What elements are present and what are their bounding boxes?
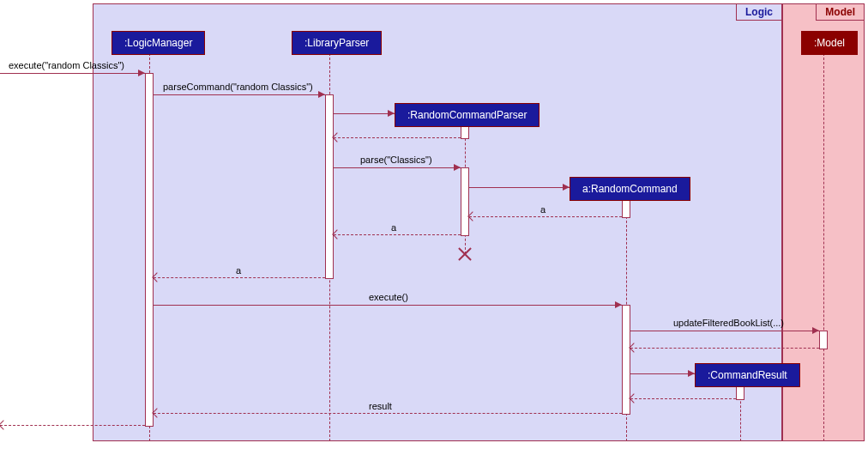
activation-rcp-1 (461, 125, 469, 139)
activation-logic-manager (145, 73, 154, 427)
arrow-m4 (469, 216, 622, 217)
lifeline-model (823, 53, 824, 441)
arrow-return-model (630, 348, 819, 349)
arrow-return-rcp-1 (334, 137, 461, 138)
msg-m8: updateFilteredBookList(...) (673, 318, 784, 328)
arrow-head-m1 (138, 70, 145, 76)
arrow-head-create-rc (563, 184, 570, 191)
activation-rc-1 (622, 199, 630, 218)
arrow-return-cr (630, 398, 736, 399)
arrow-head-create-cr (688, 370, 695, 377)
activation-library-parser (325, 94, 334, 279)
participant-model: :Model (801, 31, 858, 55)
destroy-rcp (458, 247, 472, 261)
arrow-head-m7 (615, 301, 622, 308)
arrow-head-m3 (454, 164, 461, 171)
arrow-m6 (154, 277, 325, 278)
participant-random-command-parser: :RandomCommandParser (395, 103, 539, 127)
msg-m9: result (369, 401, 392, 411)
arrow-create-rc (469, 187, 570, 188)
participant-logic-manager: :LogicManager (112, 31, 205, 55)
arrow-create-rcp (334, 113, 395, 114)
arrow-m9 (154, 413, 622, 414)
arrow-m3 (334, 167, 461, 168)
arrow-m5 (334, 234, 461, 235)
arrow-m2 (154, 94, 325, 95)
arrow-m7 (154, 305, 622, 306)
msg-m7: execute() (369, 292, 408, 302)
msg-m4: a (540, 204, 546, 215)
model-frame-label: Model (816, 4, 864, 21)
msg-m2: parseCommand("random Classics") (163, 82, 313, 92)
msg-m3: parse("Classics") (360, 155, 432, 165)
activation-rcp-2 (461, 167, 469, 236)
arrow-create-cr (630, 373, 695, 374)
logic-frame-label: Logic (736, 4, 781, 21)
arrow-head-m2 (318, 91, 325, 98)
participant-library-parser: :LibraryParser (292, 31, 382, 55)
activation-model (819, 331, 828, 349)
arrow-head-final-return (0, 420, 9, 429)
arrow-m8 (630, 331, 819, 331)
msg-m5: a (391, 222, 396, 233)
arrow-head-create-rcp (388, 110, 395, 117)
arrow-m1 (0, 73, 145, 74)
arrow-final-return (0, 425, 145, 426)
participant-random-command: a:RandomCommand (570, 177, 690, 201)
participant-command-result: :CommandResult (695, 363, 800, 387)
arrow-head-m8 (812, 327, 819, 334)
msg-m6: a (236, 265, 241, 276)
msg-m1: execute("random Classics") (9, 60, 124, 70)
logic-frame: Logic (93, 3, 782, 441)
